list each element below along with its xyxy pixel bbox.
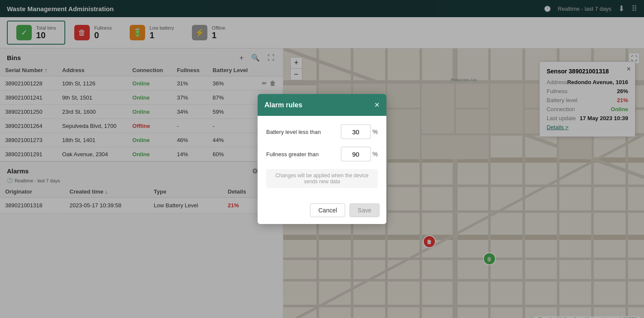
modal-title: Alarm rules: [264, 101, 302, 109]
fullness-unit: %: [373, 151, 378, 157]
modal-footer: Cancel Save: [258, 199, 386, 224]
battery-level-input-group: %: [341, 124, 378, 139]
fullness-label: Fullness greater than: [266, 151, 341, 157]
modal-header: Alarm rules ×: [258, 94, 386, 116]
alarm-rules-modal: Alarm rules × Battery level less than % …: [258, 94, 386, 224]
battery-level-unit: %: [373, 128, 378, 135]
modal-close-button[interactable]: ×: [374, 100, 380, 110]
fullness-input-group: %: [341, 147, 378, 161]
modal-overlay: Alarm rules × Battery level less than % …: [0, 0, 644, 318]
modal-body: Battery level less than % Fullness great…: [258, 116, 386, 199]
battery-level-row: Battery level less than %: [266, 124, 378, 139]
battery-level-label: Battery level less than: [266, 129, 341, 135]
fullness-input[interactable]: [341, 147, 371, 161]
modal-note: Changes will be applied when the device …: [266, 169, 378, 188]
save-button[interactable]: Save: [349, 203, 380, 217]
cancel-button[interactable]: Cancel: [310, 203, 345, 217]
battery-level-input[interactable]: [341, 124, 371, 139]
fullness-row: Fullness greater than %: [266, 147, 378, 161]
